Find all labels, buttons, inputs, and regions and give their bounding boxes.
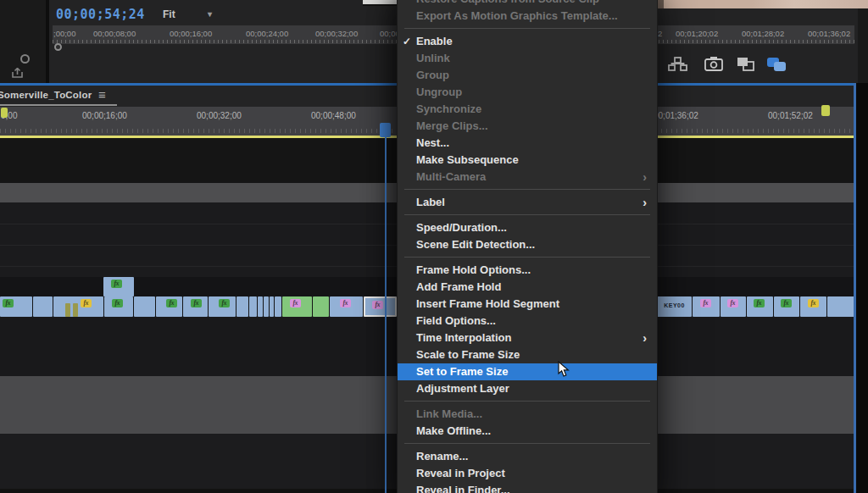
monitor-ruler-label: 00;00;24;00 bbox=[246, 29, 288, 38]
menu-item-ungroup: Ungroup bbox=[398, 84, 657, 101]
menu-item-time-interpolation[interactable]: Time Interpolation› bbox=[398, 330, 657, 346]
timeline-clip[interactable] bbox=[134, 296, 155, 317]
timeline-clip[interactable] bbox=[264, 296, 269, 317]
timeline-tab[interactable]: Somerville_ToColor bbox=[0, 90, 92, 100]
through-edit-mark bbox=[65, 303, 70, 317]
menu-item-unlink: Unlink bbox=[398, 50, 657, 67]
zoom-level-dropdown[interactable]: Fit ▾ bbox=[163, 8, 217, 24]
menu-item-make-subsequence[interactable]: Make Subsequence bbox=[398, 152, 657, 169]
mouse-cursor bbox=[558, 361, 570, 378]
menu-item-label: Multi-Camera bbox=[416, 170, 486, 183]
left-tool-strip bbox=[0, 0, 49, 83]
menu-item-set-to-frame-size[interactable]: Set to Frame Size bbox=[398, 363, 657, 380]
timeline-clip[interactable]: fx bbox=[693, 296, 720, 317]
timeline-clip[interactable]: fx bbox=[183, 296, 208, 317]
menu-item-field-options[interactable]: Field Options... bbox=[398, 313, 657, 330]
fx-badge-green: fx bbox=[781, 299, 792, 307]
fx-badge-yellow: fx bbox=[81, 299, 92, 307]
timeline-ruler-label: 00;00;48;00 bbox=[311, 111, 356, 120]
timeline-clip[interactable]: fx bbox=[800, 296, 826, 317]
timeline-ruler-label: 00;01;36;02 bbox=[654, 111, 698, 120]
menu-item-link-media: Link Media... bbox=[398, 406, 657, 423]
menu-separator bbox=[398, 211, 657, 219]
panel-menu-icon[interactable]: ≡ bbox=[98, 87, 106, 102]
comparison-view-icon[interactable] bbox=[736, 56, 756, 73]
selected-clip[interactable]: fx bbox=[364, 296, 397, 317]
timeline-clip[interactable]: fx bbox=[0, 296, 32, 317]
menu-item-restore-captions-from-source-clip: Restore Captions from Source Clip bbox=[398, 0, 657, 8]
timeline-clip[interactable] bbox=[33, 296, 53, 317]
timeline-clip[interactable] bbox=[313, 296, 329, 317]
export-frame-camera-icon[interactable] bbox=[704, 56, 725, 73]
monitor-ruler-label: 00;01;28;02 bbox=[742, 29, 784, 38]
menu-item-label: Insert Frame Hold Segment bbox=[416, 297, 559, 310]
timeline-clip[interactable]: fx bbox=[721, 296, 746, 317]
menu-item-rename[interactable]: Rename... bbox=[398, 448, 657, 465]
menu-item-export-as-motion-graphics-template: Export As Motion Graphics Template... bbox=[398, 8, 657, 25]
menu-item-label: Scene Edit Detection... bbox=[416, 238, 535, 251]
menu-item-frame-hold-options[interactable]: Frame Hold Options... bbox=[398, 262, 657, 279]
menu-item-label[interactable]: Label› bbox=[398, 194, 657, 211]
menu-item-reveal-in-project[interactable]: Reveal in Project bbox=[398, 465, 657, 482]
submenu-arrow-icon: › bbox=[643, 169, 647, 186]
menu-item-reveal-in-finder[interactable]: Reveal in Finder... bbox=[398, 482, 657, 493]
menu-item-adjustment-layer[interactable]: Adjustment Layer bbox=[398, 380, 657, 397]
timeline-clip[interactable]: fx bbox=[774, 296, 799, 317]
timeline-clip[interactable]: fx bbox=[747, 296, 773, 317]
submenu-arrow-icon: › bbox=[643, 330, 647, 346]
menu-item-label: Time Interpolation bbox=[416, 331, 511, 344]
timeline-clip[interactable]: fx bbox=[156, 296, 182, 317]
menu-item-label: Make Offline... bbox=[416, 424, 491, 437]
monitor-playhead-grip[interactable] bbox=[54, 43, 62, 51]
export-media-icon[interactable] bbox=[11, 68, 24, 78]
timeline-clip[interactable] bbox=[827, 296, 854, 317]
timeline-clip[interactable] bbox=[258, 296, 263, 317]
menu-item-scale-to-frame-size[interactable]: Scale to Frame Size bbox=[398, 346, 657, 363]
frame-tree-icon[interactable] bbox=[668, 56, 688, 73]
timeline-clip[interactable] bbox=[275, 296, 281, 317]
monitor-ruler-label: 00;00;32;00 bbox=[315, 29, 358, 38]
clip-context-menu: Restore Captions from Source ClipExport … bbox=[397, 0, 658, 493]
playhead-line[interactable] bbox=[385, 124, 387, 493]
timeline-clip[interactable]: fx bbox=[103, 277, 134, 296]
sequence-marker-left[interactable] bbox=[1, 108, 8, 118]
active-tab-underline bbox=[0, 104, 117, 106]
fx-badge-green: fx bbox=[3, 299, 14, 307]
timeline-clip[interactable]: fx bbox=[53, 296, 103, 317]
menu-item-merge-clips: Merge Clips... bbox=[398, 118, 657, 135]
menu-item-label: Scale to Frame Size bbox=[416, 348, 520, 361]
fx-badge-green: fx bbox=[112, 299, 123, 307]
menu-item-speed-duration[interactable]: Speed/Duration... bbox=[398, 219, 657, 236]
multicam-toggle-icon[interactable] bbox=[765, 56, 786, 73]
menu-item-label: Reveal in Finder... bbox=[416, 484, 510, 493]
menu-item-scene-edit-detection[interactable]: Scene Edit Detection... bbox=[398, 236, 657, 253]
menu-item-label: Add Frame Hold bbox=[416, 280, 501, 293]
menu-item-label: Enable bbox=[416, 35, 453, 47]
timeline-clip[interactable]: fx bbox=[330, 296, 363, 317]
timeline-clip[interactable]: fx bbox=[282, 296, 312, 317]
timeline-clip[interactable]: fx bbox=[104, 296, 133, 317]
panel-edge bbox=[858, 8, 868, 83]
checkmark-icon: ✓ bbox=[403, 33, 411, 50]
timeline-clip[interactable] bbox=[236, 296, 248, 317]
menu-item-nest[interactable]: Nest... bbox=[398, 135, 657, 152]
fx-badge-green: fx bbox=[111, 280, 122, 288]
menu-item-insert-frame-hold-segment[interactable]: Insert Frame Hold Segment bbox=[398, 296, 657, 313]
timeline-clip[interactable] bbox=[270, 296, 274, 317]
playhead-timecode[interactable]: 00;00;54;24 bbox=[56, 7, 145, 22]
record-circle-icon[interactable] bbox=[20, 54, 30, 64]
menu-item-label: Nest... bbox=[416, 136, 449, 149]
menu-item-make-offline[interactable]: Make Offline... bbox=[398, 423, 657, 440]
timeline-ruler-label: 00;01;52;02 bbox=[768, 111, 813, 120]
sequence-marker-right[interactable] bbox=[821, 105, 830, 116]
monitor-ruler-label: 00;00;08;00 bbox=[93, 29, 136, 38]
video-preview-strip bbox=[657, 0, 868, 8]
menu-item-label: Speed/Duration... bbox=[416, 221, 507, 234]
menu-item-enable[interactable]: ✓Enable bbox=[398, 33, 657, 50]
monitor-ruler-label: 00;00;16;00 bbox=[170, 29, 212, 38]
menu-item-add-frame-hold[interactable]: Add Frame Hold bbox=[398, 279, 657, 296]
timeline-clip[interactable]: fx bbox=[209, 296, 236, 317]
timeline-clip[interactable]: KEY00 bbox=[657, 296, 692, 317]
menu-item-multi-camera: Multi-Camera› bbox=[398, 169, 657, 186]
timeline-clip[interactable] bbox=[249, 296, 257, 317]
